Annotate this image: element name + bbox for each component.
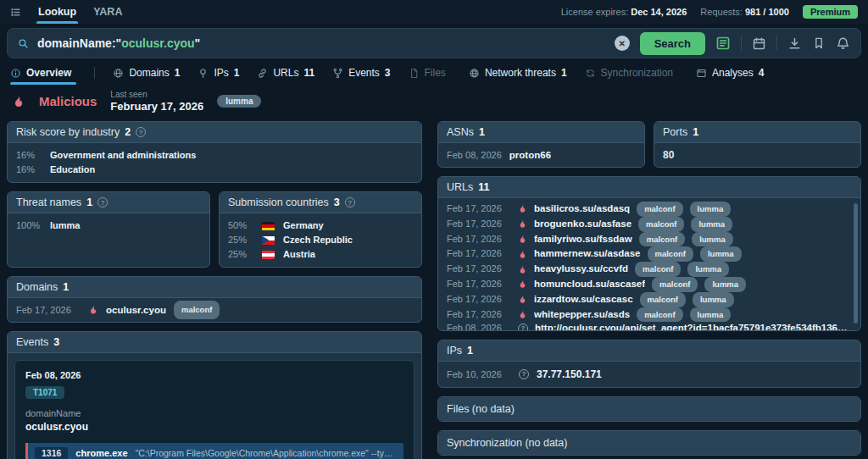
nav-tab-lookup[interactable]: Lookup xyxy=(38,0,76,24)
search-input[interactable]: domainName:"oculusr.cyou" xyxy=(37,36,606,50)
help-icon: ? xyxy=(136,127,146,137)
process-block[interactable]: 1316 chrome.exe "C:\Program Files\Google… xyxy=(25,443,403,459)
last-seen: Last seen February 17, 2026 xyxy=(110,90,203,113)
pin-icon xyxy=(198,68,209,79)
files-card: Files (no data) xyxy=(437,396,861,422)
ips-header: IPs1 xyxy=(438,340,860,362)
submission-countries-card: Submission countries3 ? 50%Germany 25%Cz… xyxy=(219,191,422,268)
port-value[interactable]: 80 xyxy=(663,149,674,161)
url-link[interactable]: izzardtow.su/cascasc xyxy=(534,293,633,307)
query-presets-icon[interactable] xyxy=(715,36,731,51)
link-icon xyxy=(257,68,268,79)
malconf-tag: malconf xyxy=(637,202,682,217)
malconf-tag: malconf xyxy=(637,307,682,323)
malicious-flame-icon xyxy=(518,310,527,319)
malconf-tag: malconf xyxy=(174,301,220,319)
url-link[interactable]: whitepepper.su/asds xyxy=(534,308,630,322)
download-icon[interactable] xyxy=(787,36,802,51)
url-row: Feb 17, 2026homuncloud.su/ascasefmalconf… xyxy=(447,277,849,292)
file-icon xyxy=(409,68,420,79)
url-row: Feb 17, 2026basilicros.su/asdasqmalconfl… xyxy=(447,202,849,217)
asns-header: ASNs1 xyxy=(438,122,644,143)
files-header: Files (no data) xyxy=(438,397,860,421)
czech-flag-icon xyxy=(262,236,275,245)
tab-analyses[interactable]: Analyses4 xyxy=(696,61,764,85)
info-icon xyxy=(10,68,21,79)
lumma-tag: lumma xyxy=(690,202,732,217)
url-row: Feb 17, 2026hammernew.su/asdasemalconflu… xyxy=(447,246,849,262)
risk-score-header: Risk score by industry2 ? xyxy=(8,122,421,143)
synchronization-card: Synchronization (no data) xyxy=(437,430,861,456)
process-cmdline: "C:\Program Files\Google\Chrome\Applicat… xyxy=(136,448,397,458)
tab-urls[interactable]: URLs11 xyxy=(257,61,314,85)
malconf-tag: malconf xyxy=(639,232,685,247)
urls-header: URLs11 xyxy=(438,177,860,198)
event-item: Feb 08, 2026 T1071 domainName oculusr.cy… xyxy=(14,360,415,459)
tab-events[interactable]: Events3 xyxy=(332,61,390,85)
lumma-tag: lumma xyxy=(704,277,746,292)
malicious-flame-icon xyxy=(518,204,527,213)
malicious-flame-icon xyxy=(518,235,527,244)
country-row: 25%Austria xyxy=(228,247,413,262)
sync-icon xyxy=(585,68,596,79)
nav-tab-yara[interactable]: YARA xyxy=(93,0,122,24)
threat-name-row: 100%lumma xyxy=(16,218,201,233)
menu-list-icon[interactable] xyxy=(10,7,21,18)
risk-row: 16%Education xyxy=(16,163,413,177)
main-content: Risk score by industry2 ? 16%Government … xyxy=(0,121,868,459)
divider xyxy=(94,67,95,79)
malicious-flame-icon xyxy=(518,250,527,259)
threat-tag: lumma xyxy=(217,95,261,108)
window-icon xyxy=(696,68,707,79)
requests-counter: Requests: 981 / 1000 xyxy=(700,7,789,17)
mitre-technique-tag[interactable]: T1071 xyxy=(25,386,64,399)
lumma-tag: lumma xyxy=(690,307,732,323)
domain-link[interactable]: oculusr.cyou xyxy=(106,301,166,318)
url-link[interactable]: heavylussy.su/ccvfd xyxy=(534,263,628,276)
url-link[interactable]: broguenko.su/asfase xyxy=(534,218,632,231)
urls-scrollbar-thumb[interactable] xyxy=(854,203,858,324)
urls-card: URLs11 Feb 17, 2026basilicros.su/asdasqm… xyxy=(437,176,861,331)
search-button[interactable]: Search xyxy=(640,32,705,55)
bell-icon[interactable] xyxy=(836,36,850,51)
url-row: Feb 17, 2026heavylussy.su/ccvfdmalconflu… xyxy=(447,262,849,277)
license-expiry: License expires: Dec 14, 2026 xyxy=(561,7,687,17)
premium-badge: Premium xyxy=(803,5,858,19)
domains-card: Domains1 Feb 17, 2026 oculusr.cyou malco… xyxy=(7,276,422,323)
verdict-label: Malicious xyxy=(39,94,97,108)
url-row: Feb 17, 2026familyriwo.su/fssdawmalconfl… xyxy=(447,232,849,247)
tab-domains[interactable]: Domains1 xyxy=(113,61,180,85)
url-row: Feb 17, 2026izzardtow.su/cascascmalconfl… xyxy=(447,292,849,307)
malicious-flame-icon xyxy=(518,295,527,304)
ip-link[interactable]: 37.77.150.171 xyxy=(537,366,602,383)
urls-list: Feb 17, 2026basilicros.su/asdasqmalconfl… xyxy=(438,198,860,330)
network-globe-icon xyxy=(469,68,480,79)
tab-network-threats[interactable]: Network threats1 xyxy=(469,61,567,85)
asns-card: ASNs1 Feb 08, 2026 proton66 xyxy=(437,121,645,168)
url-link[interactable]: http://oculusr.cyou/api/set_agent?id=1ba… xyxy=(535,322,849,330)
clear-search-button[interactable]: ✕ xyxy=(615,36,630,51)
event-field-label: domainName xyxy=(25,408,403,418)
risk-score-card: Risk score by industry2 ? 16%Government … xyxy=(7,121,422,183)
country-row: 50%Germany xyxy=(228,218,413,233)
url-row: Feb 08, 2026?http://oculusr.cyou/api/set… xyxy=(447,322,849,330)
url-link[interactable]: homuncloud.su/ascasef xyxy=(534,278,645,291)
domains-header: Domains1 xyxy=(8,277,421,298)
lumma-tag: lumma xyxy=(693,292,734,307)
risk-row: 16%Government and administrations xyxy=(16,148,413,163)
event-field-value[interactable]: oculusr.cyou xyxy=(25,421,403,433)
events-header: Events3 xyxy=(8,332,421,353)
tab-ips[interactable]: IPs1 xyxy=(198,61,239,85)
asn-link[interactable]: proton66 xyxy=(509,149,551,161)
calendar-icon[interactable] xyxy=(752,36,766,51)
unknown-verdict-icon: ? xyxy=(519,369,529,379)
url-link[interactable]: basilicros.su/asdasq xyxy=(534,202,630,216)
germany-flag-icon xyxy=(262,222,275,230)
malconf-tag: malconf xyxy=(648,246,693,262)
url-link[interactable]: familyriwo.su/fssdaw xyxy=(534,233,632,246)
tab-overview[interactable]: Overview xyxy=(10,61,76,85)
url-link[interactable]: hammernew.su/asdase xyxy=(534,247,641,261)
malconf-tag: malconf xyxy=(652,277,698,292)
bookmark-icon[interactable] xyxy=(812,36,826,50)
threat-names-header: Threat names1 ? xyxy=(8,192,209,213)
